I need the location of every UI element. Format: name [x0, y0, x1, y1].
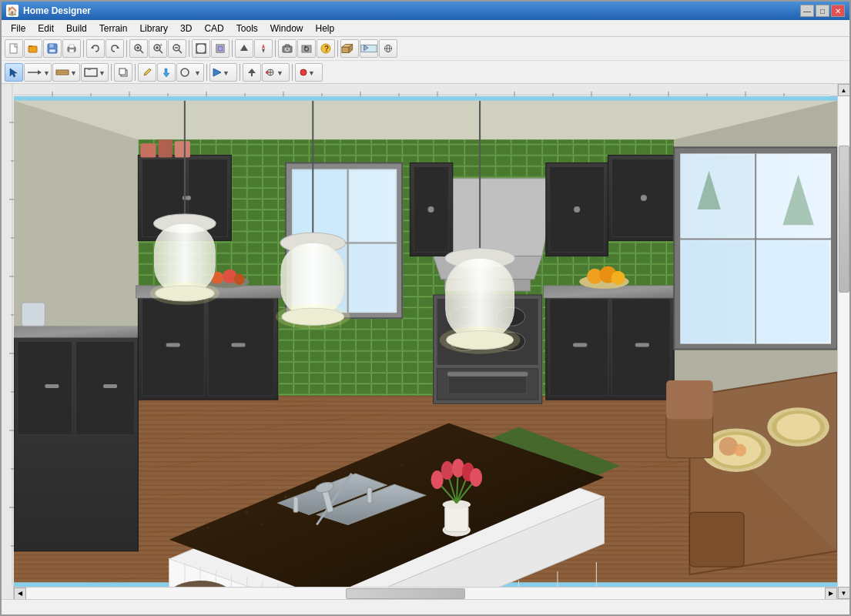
svg-line-12 — [140, 50, 143, 53]
svg-text:▼: ▼ — [223, 69, 230, 77]
svg-rect-219 — [666, 380, 713, 419]
menu-terrain[interactable]: Terrain — [93, 22, 134, 35]
open-button[interactable] — [24, 39, 42, 58]
scroll-up-button[interactable]: ▲ — [838, 84, 850, 96]
svg-rect-205 — [682, 240, 754, 342]
point-tool-button[interactable]: ▼ — [209, 63, 237, 82]
fill-tool-button[interactable] — [157, 63, 176, 82]
menu-tools[interactable]: Tools — [230, 22, 264, 35]
scroll-track-horizontal[interactable] — [26, 588, 825, 599]
save-button[interactable] — [43, 39, 62, 58]
svg-text:▼: ▼ — [276, 69, 283, 77]
menu-help[interactable]: Help — [309, 22, 340, 35]
svg-rect-4 — [49, 44, 54, 48]
svg-rect-45 — [361, 45, 377, 52]
close-button[interactable]: ✕ — [831, 5, 845, 17]
svg-rect-140 — [140, 143, 156, 157]
elevation-up-button[interactable] — [235, 39, 253, 58]
scroll-thumb-vertical[interactable] — [839, 146, 849, 293]
svg-text:▼: ▼ — [194, 69, 201, 77]
line-tool-button[interactable]: ▼ — [24, 63, 52, 82]
zoom-in-button[interactable] — [129, 39, 148, 58]
plan-view-button[interactable] — [340, 39, 359, 58]
svg-rect-164 — [293, 171, 347, 242]
zoom-plus-button[interactable]: + — [149, 39, 167, 58]
svg-marker-50 — [10, 69, 17, 77]
svg-point-176 — [574, 206, 580, 213]
scroll-left-button[interactable]: ◀ — [14, 588, 26, 600]
svg-rect-155 — [231, 343, 245, 347]
ruler-horizontal — [14, 84, 837, 96]
menu-3d[interactable]: 3D — [174, 22, 198, 35]
svg-rect-2 — [28, 45, 32, 47]
svg-text:-: - — [179, 43, 181, 49]
menu-file[interactable]: File — [5, 22, 32, 35]
svg-rect-146 — [14, 326, 142, 337]
undo-button[interactable] — [86, 39, 105, 58]
zoom-minus-button[interactable]: - — [168, 39, 186, 58]
status-bar — [2, 599, 849, 614]
svg-text:▼: ▼ — [70, 69, 77, 77]
svg-text:▼: ▼ — [308, 69, 315, 77]
room-tool-button[interactable]: ▼ — [81, 63, 109, 82]
new-button[interactable] — [5, 39, 23, 58]
scroll-down-button[interactable]: ▼ — [838, 587, 850, 599]
maximize-button[interactable]: □ — [816, 5, 829, 17]
menu-bar: File Edit Build Terrain Library 3D CAD T… — [2, 20, 849, 37]
svg-rect-58 — [88, 69, 91, 70]
svg-rect-152 — [208, 299, 274, 396]
svg-text:▲: ▲ — [303, 44, 307, 49]
svg-text:▼: ▼ — [99, 69, 106, 77]
menu-edit[interactable]: Edit — [32, 22, 60, 35]
redo-button[interactable] — [106, 39, 124, 58]
fit-button[interactable] — [192, 39, 210, 58]
select-tool-button[interactable] — [5, 63, 23, 82]
object-tool-button[interactable]: ▼ — [176, 63, 204, 82]
svg-point-139 — [186, 196, 191, 200]
main-area: ◀ ▶ ▲ ▼ — [2, 84, 849, 599]
3d-view-button[interactable] — [379, 39, 397, 58]
scroll-right-button[interactable]: ▶ — [825, 588, 837, 600]
svg-point-198 — [641, 195, 647, 201]
transform-tool-button[interactable]: ▼ — [262, 63, 290, 82]
menu-build[interactable]: Build — [60, 22, 93, 35]
toolbar-sep-6 — [337, 40, 338, 57]
print-button[interactable] — [62, 39, 81, 58]
elevation-view-button[interactable] — [360, 39, 378, 58]
north-button[interactable] — [254, 39, 273, 58]
photo-button[interactable]: ▲ — [297, 39, 316, 58]
scrollbar-vertical: ▲ ▼ — [837, 84, 849, 599]
toolbar-area: + - — [2, 37, 849, 84]
fit-page-button[interactable] — [211, 39, 230, 58]
title-bar-left: 🏠 Home Designer — [6, 5, 91, 17]
menu-library[interactable]: Library — [133, 22, 174, 35]
svg-point-241 — [246, 511, 249, 514]
svg-marker-69 — [248, 69, 256, 73]
help-button[interactable]: ? — [317, 39, 335, 58]
svg-rect-203 — [682, 155, 754, 238]
svg-marker-67 — [213, 69, 221, 76]
copy-tool-button[interactable] — [114, 63, 132, 82]
svg-rect-1 — [28, 46, 37, 52]
pencil-tool-button[interactable] — [138, 63, 156, 82]
toolbar-sep-3 — [189, 40, 189, 57]
camera-button[interactable] — [278, 39, 297, 58]
svg-rect-167 — [350, 244, 396, 311]
move-up-tool-button[interactable] — [243, 63, 261, 82]
scroll-thumb-horizontal[interactable] — [346, 588, 466, 599]
svg-text:+: + — [159, 43, 162, 48]
ruler-vertical — [2, 84, 14, 599]
minimize-button[interactable]: — — [800, 5, 814, 17]
svg-rect-253 — [293, 497, 298, 512]
svg-rect-190 — [573, 343, 587, 347]
record-tool-button[interactable]: ▼ — [295, 63, 323, 82]
svg-point-290 — [276, 304, 350, 329]
scroll-track-vertical[interactable] — [839, 96, 849, 587]
svg-line-21 — [179, 50, 182, 53]
svg-point-285 — [149, 282, 219, 305]
wall-tool-button[interactable]: ▼ — [52, 63, 80, 82]
menu-cad[interactable]: CAD — [198, 22, 230, 35]
svg-point-244 — [401, 464, 404, 467]
3d-viewport[interactable] — [14, 96, 837, 587]
menu-window[interactable]: Window — [264, 22, 310, 35]
